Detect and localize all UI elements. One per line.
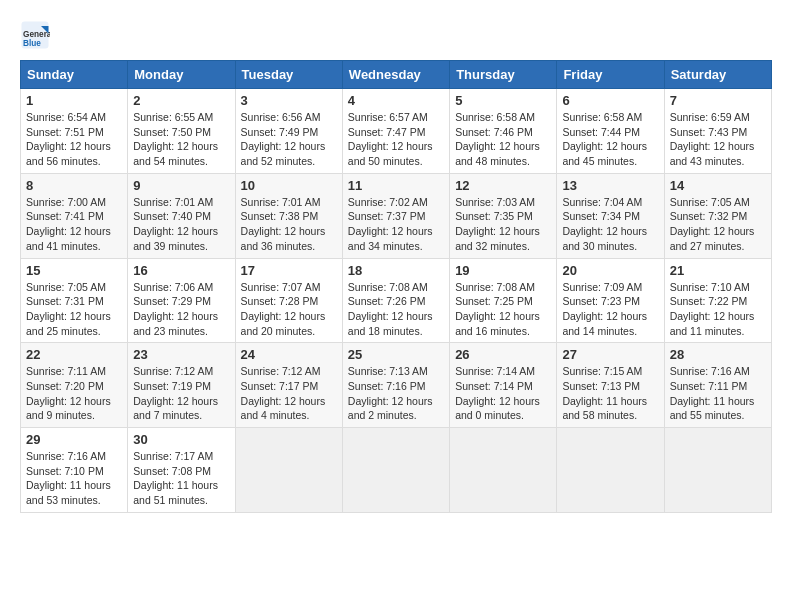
day-info: Sunrise: 7:16 AMSunset: 7:11 PMDaylight:… (670, 364, 766, 423)
header-thursday: Thursday (450, 61, 557, 89)
calendar-cell (450, 428, 557, 513)
day-number: 25 (348, 347, 444, 362)
day-number: 29 (26, 432, 122, 447)
calendar-cell: 30 Sunrise: 7:17 AMSunset: 7:08 PMDaylig… (128, 428, 235, 513)
header-saturday: Saturday (664, 61, 771, 89)
day-info: Sunrise: 7:01 AMSunset: 7:38 PMDaylight:… (241, 195, 337, 254)
day-number: 26 (455, 347, 551, 362)
header: General Blue (20, 20, 772, 50)
day-number: 4 (348, 93, 444, 108)
calendar: Sunday Monday Tuesday Wednesday Thursday… (20, 60, 772, 513)
day-number: 15 (26, 263, 122, 278)
calendar-cell: 13 Sunrise: 7:04 AMSunset: 7:34 PMDaylig… (557, 173, 664, 258)
day-info: Sunrise: 6:57 AMSunset: 7:47 PMDaylight:… (348, 110, 444, 169)
calendar-cell (664, 428, 771, 513)
day-number: 28 (670, 347, 766, 362)
calendar-cell (235, 428, 342, 513)
calendar-cell: 29 Sunrise: 7:16 AMSunset: 7:10 PMDaylig… (21, 428, 128, 513)
day-info: Sunrise: 7:01 AMSunset: 7:40 PMDaylight:… (133, 195, 229, 254)
day-number: 11 (348, 178, 444, 193)
day-number: 17 (241, 263, 337, 278)
day-info: Sunrise: 7:03 AMSunset: 7:35 PMDaylight:… (455, 195, 551, 254)
day-info: Sunrise: 7:05 AMSunset: 7:32 PMDaylight:… (670, 195, 766, 254)
day-info: Sunrise: 7:04 AMSunset: 7:34 PMDaylight:… (562, 195, 658, 254)
day-info: Sunrise: 7:11 AMSunset: 7:20 PMDaylight:… (26, 364, 122, 423)
day-number: 1 (26, 93, 122, 108)
day-number: 24 (241, 347, 337, 362)
calendar-cell: 16 Sunrise: 7:06 AMSunset: 7:29 PMDaylig… (128, 258, 235, 343)
day-number: 16 (133, 263, 229, 278)
day-number: 18 (348, 263, 444, 278)
day-number: 5 (455, 93, 551, 108)
day-info: Sunrise: 6:54 AMSunset: 7:51 PMDaylight:… (26, 110, 122, 169)
calendar-cell: 18 Sunrise: 7:08 AMSunset: 7:26 PMDaylig… (342, 258, 449, 343)
calendar-cell: 17 Sunrise: 7:07 AMSunset: 7:28 PMDaylig… (235, 258, 342, 343)
day-number: 27 (562, 347, 658, 362)
calendar-week-row: 22 Sunrise: 7:11 AMSunset: 7:20 PMDaylig… (21, 343, 772, 428)
day-number: 7 (670, 93, 766, 108)
day-info: Sunrise: 6:55 AMSunset: 7:50 PMDaylight:… (133, 110, 229, 169)
svg-text:Blue: Blue (23, 39, 41, 48)
day-number: 19 (455, 263, 551, 278)
calendar-cell: 10 Sunrise: 7:01 AMSunset: 7:38 PMDaylig… (235, 173, 342, 258)
day-info: Sunrise: 7:17 AMSunset: 7:08 PMDaylight:… (133, 449, 229, 508)
day-number: 22 (26, 347, 122, 362)
day-number: 6 (562, 93, 658, 108)
header-wednesday: Wednesday (342, 61, 449, 89)
calendar-cell: 14 Sunrise: 7:05 AMSunset: 7:32 PMDaylig… (664, 173, 771, 258)
calendar-week-row: 29 Sunrise: 7:16 AMSunset: 7:10 PMDaylig… (21, 428, 772, 513)
day-number: 23 (133, 347, 229, 362)
calendar-week-row: 15 Sunrise: 7:05 AMSunset: 7:31 PMDaylig… (21, 258, 772, 343)
day-number: 3 (241, 93, 337, 108)
day-number: 20 (562, 263, 658, 278)
calendar-cell (342, 428, 449, 513)
day-number: 13 (562, 178, 658, 193)
calendar-cell: 28 Sunrise: 7:16 AMSunset: 7:11 PMDaylig… (664, 343, 771, 428)
calendar-cell: 4 Sunrise: 6:57 AMSunset: 7:47 PMDayligh… (342, 89, 449, 174)
day-info: Sunrise: 7:12 AMSunset: 7:19 PMDaylight:… (133, 364, 229, 423)
calendar-cell: 25 Sunrise: 7:13 AMSunset: 7:16 PMDaylig… (342, 343, 449, 428)
day-info: Sunrise: 6:59 AMSunset: 7:43 PMDaylight:… (670, 110, 766, 169)
day-info: Sunrise: 7:08 AMSunset: 7:25 PMDaylight:… (455, 280, 551, 339)
day-info: Sunrise: 7:13 AMSunset: 7:16 PMDaylight:… (348, 364, 444, 423)
day-number: 10 (241, 178, 337, 193)
header-sunday: Sunday (21, 61, 128, 89)
day-number: 30 (133, 432, 229, 447)
calendar-cell: 22 Sunrise: 7:11 AMSunset: 7:20 PMDaylig… (21, 343, 128, 428)
day-info: Sunrise: 7:00 AMSunset: 7:41 PMDaylight:… (26, 195, 122, 254)
calendar-cell: 15 Sunrise: 7:05 AMSunset: 7:31 PMDaylig… (21, 258, 128, 343)
calendar-week-row: 1 Sunrise: 6:54 AMSunset: 7:51 PMDayligh… (21, 89, 772, 174)
calendar-cell: 24 Sunrise: 7:12 AMSunset: 7:17 PMDaylig… (235, 343, 342, 428)
calendar-cell (557, 428, 664, 513)
header-tuesday: Tuesday (235, 61, 342, 89)
day-number: 8 (26, 178, 122, 193)
day-info: Sunrise: 7:09 AMSunset: 7:23 PMDaylight:… (562, 280, 658, 339)
day-number: 21 (670, 263, 766, 278)
calendar-cell: 7 Sunrise: 6:59 AMSunset: 7:43 PMDayligh… (664, 89, 771, 174)
day-number: 12 (455, 178, 551, 193)
day-info: Sunrise: 7:02 AMSunset: 7:37 PMDaylight:… (348, 195, 444, 254)
calendar-cell: 5 Sunrise: 6:58 AMSunset: 7:46 PMDayligh… (450, 89, 557, 174)
header-friday: Friday (557, 61, 664, 89)
day-info: Sunrise: 6:58 AMSunset: 7:46 PMDaylight:… (455, 110, 551, 169)
day-info: Sunrise: 7:07 AMSunset: 7:28 PMDaylight:… (241, 280, 337, 339)
calendar-cell: 20 Sunrise: 7:09 AMSunset: 7:23 PMDaylig… (557, 258, 664, 343)
calendar-cell: 23 Sunrise: 7:12 AMSunset: 7:19 PMDaylig… (128, 343, 235, 428)
calendar-cell: 9 Sunrise: 7:01 AMSunset: 7:40 PMDayligh… (128, 173, 235, 258)
calendar-cell: 12 Sunrise: 7:03 AMSunset: 7:35 PMDaylig… (450, 173, 557, 258)
day-info: Sunrise: 6:56 AMSunset: 7:49 PMDaylight:… (241, 110, 337, 169)
day-info: Sunrise: 7:14 AMSunset: 7:14 PMDaylight:… (455, 364, 551, 423)
day-number: 14 (670, 178, 766, 193)
day-info: Sunrise: 7:16 AMSunset: 7:10 PMDaylight:… (26, 449, 122, 508)
day-info: Sunrise: 7:08 AMSunset: 7:26 PMDaylight:… (348, 280, 444, 339)
calendar-cell: 1 Sunrise: 6:54 AMSunset: 7:51 PMDayligh… (21, 89, 128, 174)
day-info: Sunrise: 7:05 AMSunset: 7:31 PMDaylight:… (26, 280, 122, 339)
day-info: Sunrise: 6:58 AMSunset: 7:44 PMDaylight:… (562, 110, 658, 169)
header-monday: Monday (128, 61, 235, 89)
weekday-header-row: Sunday Monday Tuesday Wednesday Thursday… (21, 61, 772, 89)
calendar-cell: 19 Sunrise: 7:08 AMSunset: 7:25 PMDaylig… (450, 258, 557, 343)
calendar-cell: 2 Sunrise: 6:55 AMSunset: 7:50 PMDayligh… (128, 89, 235, 174)
calendar-cell: 8 Sunrise: 7:00 AMSunset: 7:41 PMDayligh… (21, 173, 128, 258)
calendar-cell: 26 Sunrise: 7:14 AMSunset: 7:14 PMDaylig… (450, 343, 557, 428)
calendar-week-row: 8 Sunrise: 7:00 AMSunset: 7:41 PMDayligh… (21, 173, 772, 258)
